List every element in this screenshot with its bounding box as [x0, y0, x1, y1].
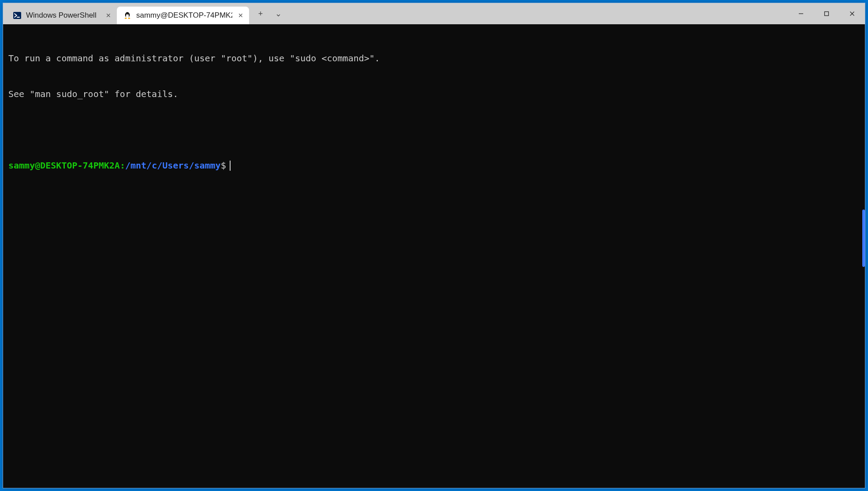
- svg-point-8: [125, 18, 127, 19]
- maximize-icon: [824, 11, 829, 16]
- close-icon: ✕: [106, 12, 111, 19]
- tab-strip: Windows PowerShell ✕: [3, 3, 249, 24]
- tab-close-button[interactable]: ✕: [104, 11, 112, 19]
- maximize-button[interactable]: [814, 3, 839, 24]
- prompt-line: sammy@DESKTOP-74PMK2A:/mnt/c/Users/sammy…: [8, 160, 860, 172]
- tab-close-button[interactable]: ✕: [237, 11, 245, 19]
- tab-powershell[interactable]: Windows PowerShell ✕: [7, 7, 117, 24]
- terminal-pane[interactable]: To run a command as administrator (user …: [3, 24, 865, 488]
- new-tab-area: + ⌄: [249, 3, 286, 24]
- minimize-icon: [798, 11, 804, 16]
- prompt-path: /mnt/c/Users/sammy: [125, 160, 221, 171]
- tab-label: Windows PowerShell: [26, 11, 100, 20]
- terminal-window: Windows PowerShell ✕: [3, 3, 865, 488]
- plus-icon: +: [258, 9, 263, 19]
- prompt-symbol: $: [221, 160, 226, 171]
- blank-line: [8, 124, 860, 136]
- prompt-user-host: sammy@DESKTOP-74PMK2A: [8, 160, 120, 171]
- tab-dropdown-button[interactable]: ⌄: [270, 6, 286, 22]
- powershell-icon: [13, 11, 22, 20]
- titlebar-drag-region[interactable]: [286, 3, 788, 24]
- svg-point-9: [128, 18, 130, 19]
- motd-line: See "man sudo_root" for details.: [8, 88, 860, 100]
- close-icon: ✕: [238, 12, 243, 19]
- tab-wsl[interactable]: sammy@DESKTOP-74PMK2A: / ✕: [117, 7, 249, 24]
- window-controls: [788, 3, 865, 24]
- tab-label: sammy@DESKTOP-74PMK2A: /: [136, 11, 232, 20]
- scrollbar-thumb[interactable]: [862, 210, 865, 267]
- close-window-button[interactable]: [839, 3, 865, 24]
- terminal-cursor: [230, 161, 231, 171]
- svg-point-7: [128, 14, 128, 15]
- svg-rect-11: [825, 12, 829, 16]
- chevron-down-icon: ⌄: [275, 9, 282, 19]
- new-tab-button[interactable]: +: [253, 6, 268, 22]
- prompt-separator: :: [120, 160, 125, 171]
- minimize-button[interactable]: [788, 3, 814, 24]
- svg-point-6: [127, 14, 127, 15]
- titlebar[interactable]: Windows PowerShell ✕: [3, 3, 865, 24]
- tux-icon: [123, 11, 132, 20]
- svg-rect-0: [13, 12, 21, 19]
- close-icon: [849, 11, 855, 16]
- motd-line: To run a command as administrator (user …: [8, 52, 860, 64]
